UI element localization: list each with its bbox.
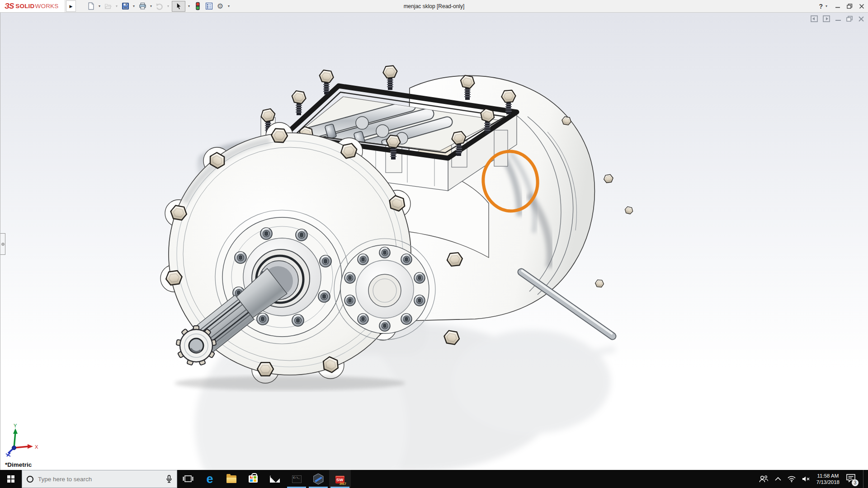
- title-bar: ЗS SOLID WORKS ▶ ▾ ▾ ▾ ▾ ▾ ▾: [0, 0, 868, 13]
- file-explorer-button[interactable]: [221, 470, 242, 488]
- microsoft-store-button[interactable]: [242, 470, 264, 488]
- windows-logo-icon: [7, 475, 15, 483]
- help-button[interactable]: ?▾: [819, 3, 829, 10]
- window-buttons: ?▾: [819, 0, 864, 12]
- toggle-right-pane-button[interactable]: [823, 15, 830, 22]
- view-orientation-label: *Dimetric: [5, 461, 32, 468]
- start-button[interactable]: [0, 470, 22, 488]
- notification-badge: 3: [852, 479, 859, 486]
- action-center-button[interactable]: 3: [846, 474, 856, 484]
- edge-icon: e: [206, 474, 213, 484]
- volume-muted-icon[interactable]: [802, 476, 810, 482]
- cortana-icon: [27, 476, 33, 483]
- taskbar-search[interactable]: [22, 470, 177, 488]
- search-input[interactable]: [38, 476, 161, 483]
- solidworks-icon: SW 2017: [335, 474, 345, 484]
- restore-button[interactable]: [847, 4, 853, 9]
- splined-shaft-end[interactable]: [176, 326, 217, 365]
- solidworks-2017-button[interactable]: SW 2017: [329, 470, 351, 488]
- triad-y-label: Y: [14, 423, 17, 428]
- edge-browser-button[interactable]: e: [199, 470, 221, 488]
- doc-close-button[interactable]: [858, 16, 864, 22]
- clock-time: 11:58 AM: [816, 473, 840, 479]
- graphics-viewport[interactable]: Y X *Dimetric: [0, 13, 868, 470]
- chevron-up-icon[interactable]: [775, 477, 781, 481]
- mail-icon: [270, 476, 280, 483]
- wifi-icon[interactable]: [788, 476, 796, 482]
- windows-taskbar: e C:\_ SW 2017: [0, 470, 868, 488]
- doc-minimize-button[interactable]: [835, 16, 841, 22]
- reference-triad: Y X: [6, 423, 38, 456]
- people-icon[interactable]: [759, 475, 769, 483]
- hexagon-app-button[interactable]: [307, 470, 329, 488]
- task-view-icon: [183, 474, 193, 483]
- hexagon-app-icon: [313, 474, 324, 485]
- taskbar-clock[interactable]: 11:58 AM 7/13/2018: [816, 473, 840, 485]
- command-prompt-icon: C:\_: [292, 475, 302, 483]
- file-explorer-icon: [226, 475, 236, 483]
- store-icon: [249, 475, 258, 483]
- document-window-controls: [811, 15, 864, 22]
- show-desktop-button[interactable]: [863, 470, 865, 488]
- collapsed-panel-tab[interactable]: [0, 233, 5, 255]
- window-title: menjac sklop [Read-only]: [0, 3, 868, 9]
- triad-x-label: X: [35, 444, 38, 450]
- mail-button[interactable]: [264, 470, 286, 488]
- task-view-button[interactable]: [177, 470, 199, 488]
- minimize-button[interactable]: [835, 4, 840, 9]
- microphone-icon[interactable]: [166, 475, 172, 483]
- toggle-left-pane-button[interactable]: [811, 15, 818, 22]
- clock-date: 7/13/2018: [816, 479, 840, 485]
- system-tray: 11:58 AM 7/13/2018 3: [759, 470, 868, 488]
- gearbox-3d-model[interactable]: Y X: [0, 13, 868, 470]
- solidworks-window: ЗS SOLID WORKS ▶ ▾ ▾ ▾ ▾ ▾ ▾: [0, 0, 868, 488]
- doc-restore-button[interactable]: [846, 16, 853, 22]
- command-prompt-button[interactable]: C:\_: [286, 470, 307, 488]
- close-button[interactable]: [859, 4, 864, 9]
